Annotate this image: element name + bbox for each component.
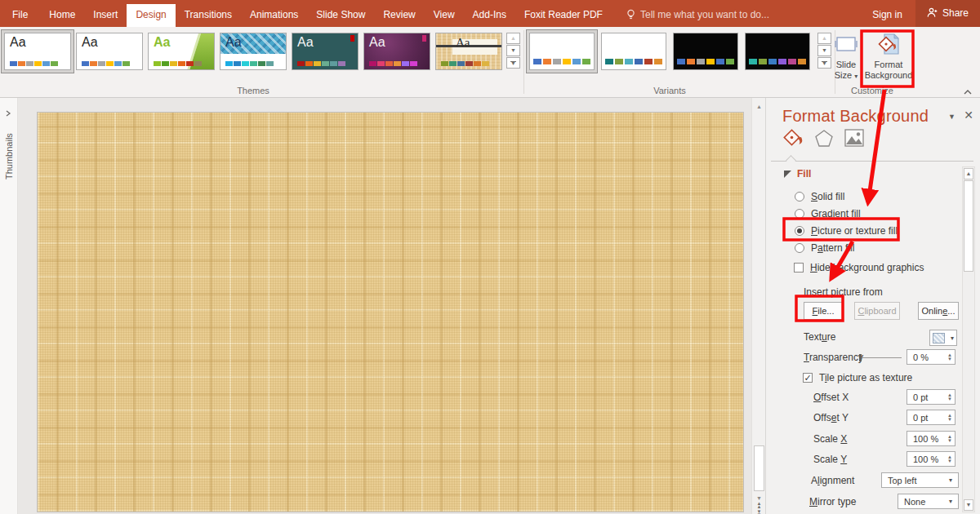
theme-office-alt[interactable]: Aa — [76, 33, 143, 70]
theme-palette — [297, 61, 345, 66]
option-label: Pattern fill — [811, 242, 854, 254]
theme-ion-boardroom[interactable]: Aa — [363, 33, 430, 70]
hide-background-graphics-checkbox[interactable]: Hide background graphics — [794, 260, 924, 275]
powerpoint-window: File Home Insert Design Transitions Anim… — [0, 0, 980, 514]
sign-in-button[interactable]: Sign in — [859, 9, 915, 27]
scale-y-label: Scale Y — [813, 452, 847, 467]
variants-gallery-more-icon[interactable]: ▼ — [817, 57, 831, 69]
picture-or-texture-fill-option[interactable]: Picture or texture fill — [795, 224, 898, 238]
scrollbar-thumb[interactable] — [754, 445, 764, 491]
tab-foxit-reader-pdf[interactable]: Foxit Reader PDF — [515, 4, 612, 27]
transparency-slider[interactable] — [859, 357, 902, 358]
tell-me-box[interactable]: Tell me what you want to do... — [626, 9, 769, 27]
offset-x-spinner[interactable]: 0 pt ▲▼ — [906, 389, 956, 405]
collapse-ribbon-icon[interactable] — [963, 84, 974, 92]
fill-section-header[interactable]: Fill — [784, 168, 811, 179]
tab-file[interactable]: File — [0, 4, 40, 27]
mirror-type-label: Mirror type — [809, 494, 856, 509]
pattern-fill-option[interactable]: Pattern fill — [795, 241, 854, 255]
theme-office[interactable]: Aa — [4, 33, 71, 70]
next-slide-icon[interactable]: ▼▼ — [754, 510, 764, 514]
option-label: Picture or texture fill — [811, 225, 898, 237]
theme-integral[interactable]: Aa — [220, 33, 287, 70]
panel-options-chevron-icon[interactable]: ▼ — [948, 113, 956, 121]
close-panel-icon[interactable]: ✕ — [964, 109, 973, 122]
tab-animations[interactable]: Animations — [241, 4, 307, 27]
format-background-button[interactable]: Format Background — [864, 31, 913, 81]
tab-design[interactable]: Design — [127, 4, 175, 27]
variants-scroll-down-icon[interactable]: ▼ — [817, 45, 831, 56]
scroll-down-icon[interactable]: ▼ — [964, 499, 973, 511]
tile-picture-as-texture-checkbox[interactable]: Tile picture as texture — [803, 370, 912, 385]
offset-y-spinner[interactable]: 0 pt ▲▼ — [906, 410, 956, 425]
fill-bucket-icon[interactable] — [782, 129, 804, 151]
panel-scrollbar[interactable]: ▲ ▼ — [962, 166, 975, 512]
mirror-type-dropdown[interactable]: None ▾ — [898, 494, 959, 509]
picture-icon[interactable] — [844, 129, 864, 151]
slide-canvas[interactable] — [37, 112, 744, 512]
themes-scroll-up-icon[interactable]: ▲ — [506, 33, 520, 44]
scroll-up-icon[interactable]: ▲ — [754, 101, 764, 113]
gradient-fill-option[interactable]: Gradient fill — [795, 206, 861, 221]
theme-label: Aa — [10, 35, 26, 50]
variant-1[interactable] — [529, 33, 595, 70]
tab-review[interactable]: Review — [374, 4, 424, 27]
slide-scrollbar[interactable]: ▲ ▼ ▲▲ ▼▼ — [751, 98, 766, 514]
transparency-spinner[interactable]: 0 % ▲▼ — [906, 349, 956, 365]
stepper-arrows-icon[interactable]: ▲▼ — [947, 455, 955, 463]
stepper-arrows-icon[interactable]: ▲▼ — [947, 393, 955, 401]
tab-home[interactable]: Home — [40, 4, 84, 27]
scale-y-spinner[interactable]: 100 % ▲▼ — [906, 451, 956, 467]
tab-view[interactable]: View — [425, 4, 464, 27]
chevron-down-icon: ▾ — [949, 498, 952, 505]
solid-fill-option[interactable]: Solid fill — [795, 189, 844, 204]
variants-scroll-up-icon[interactable]: ▲ — [817, 33, 831, 44]
variant-4[interactable] — [745, 33, 810, 70]
themes-gallery-more-icon[interactable]: ▼ — [506, 57, 520, 69]
scale-x-spinner[interactable]: 100 % ▲▼ — [906, 431, 956, 446]
tab-slide-show[interactable]: Slide Show — [307, 4, 374, 27]
scroll-up-icon[interactable]: ▲ — [964, 168, 973, 179]
slide-size-button[interactable]: Slide Size ▾ — [831, 31, 862, 82]
variant-palette — [677, 59, 734, 64]
scrollbar-thumb[interactable] — [964, 180, 973, 272]
variant-palette — [749, 59, 806, 64]
online-button[interactable]: Online... — [918, 302, 959, 320]
radio-icon — [795, 209, 804, 219]
file-button[interactable]: File... — [804, 302, 843, 320]
theme-facet[interactable]: Aa — [148, 33, 215, 70]
thumbnails-pane[interactable]: Thumbnails — [0, 98, 18, 514]
person-icon — [927, 7, 938, 18]
checkbox-icon — [803, 373, 813, 383]
theme-label: Aa — [456, 36, 470, 50]
tab-insert[interactable]: Insert — [84, 4, 127, 27]
option-label: Gradient fill — [811, 208, 861, 219]
theme-palette — [154, 61, 202, 66]
stepper-arrows-icon[interactable]: ▲▼ — [947, 435, 955, 443]
lightbulb-icon — [626, 9, 635, 20]
texture-swatch-icon — [933, 333, 945, 343]
theme-label: Aa — [369, 35, 385, 50]
theme-ion[interactable]: Aa — [292, 33, 359, 70]
theme-palette — [441, 61, 489, 66]
section-expanded-icon — [784, 171, 791, 178]
texture-dropdown[interactable]: ▾ — [929, 330, 957, 346]
themes-gallery-scroll: ▲ ▼ ▼ — [506, 33, 520, 69]
variant-3[interactable] — [673, 33, 738, 70]
customize-group-label: Customize — [830, 86, 915, 95]
slide-size-label: Slide Size — [835, 60, 856, 80]
themes-scroll-down-icon[interactable]: ▼ — [506, 45, 520, 56]
variants-gallery — [529, 33, 810, 70]
slider-handle[interactable] — [859, 354, 862, 361]
theme-organic[interactable]: Aa — [435, 33, 502, 70]
effects-pentagon-icon[interactable] — [814, 129, 834, 151]
stepper-arrows-icon[interactable]: ▲▼ — [947, 414, 955, 422]
theme-label: Aa — [225, 35, 242, 50]
tab-transitions[interactable]: Transitions — [176, 4, 241, 27]
stepper-arrows-icon[interactable]: ▲▼ — [947, 353, 955, 361]
variant-2[interactable] — [601, 33, 666, 70]
checkbox-icon — [794, 263, 804, 273]
alignment-dropdown[interactable]: Top left ▾ — [881, 472, 959, 488]
share-button[interactable]: Share — [915, 0, 980, 27]
tab-add-ins[interactable]: Add-Ins — [464, 4, 515, 27]
